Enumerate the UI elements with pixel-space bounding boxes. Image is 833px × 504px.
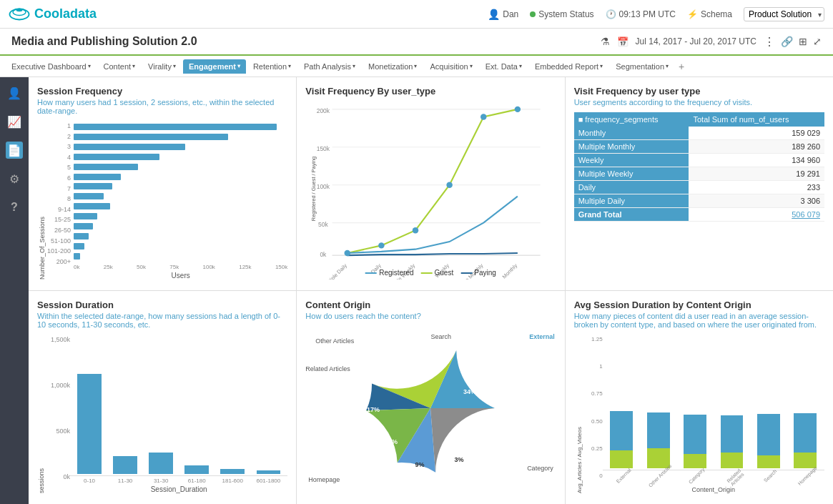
table-row: Daily 233 (574, 181, 824, 194)
chevron-icon: ▾ (414, 63, 417, 69)
asd-bars (603, 335, 824, 470)
status-dot (530, 11, 536, 17)
sd-bars-area: 0-10 11-30 31-30 61-180 181-600 601-1800… (70, 335, 287, 493)
sd-bar-61-180 (182, 465, 212, 474)
add-tab-button[interactable]: + (676, 61, 687, 72)
expand-icon[interactable]: ⤢ (813, 36, 822, 47)
chevron-icon: ▾ (666, 63, 669, 69)
svg-text:0k: 0k (320, 251, 327, 258)
session-duration-title: Session Duration (37, 300, 287, 310)
svg-text:3%: 3% (455, 456, 464, 463)
bar-row-51-100 (74, 232, 287, 240)
tab-engagement[interactable]: Engagement▾ (183, 59, 246, 74)
svg-text:Multiple Daily: Multiple Daily (322, 262, 349, 280)
top-nav-right: 👤 Dan System Status 🕐 09:13 PM UTC ⚡ Sch… (488, 7, 824, 21)
session-frequency-panel: Session Frequency How many users had 1 s… (29, 77, 296, 290)
sidebar-analytics-icon[interactable]: 📈 (6, 113, 23, 130)
filter-icon[interactable]: ⚗ (601, 36, 610, 47)
tab-acquisition[interactable]: Acquisition▾ (424, 59, 478, 74)
asd-x-label: Content_Origin (603, 486, 824, 493)
clock-icon: 🕐 (606, 9, 616, 19)
y-axis-label: Number_Of_Sessions (37, 121, 47, 280)
svg-point-17 (447, 182, 453, 187)
asd-bar-category (679, 415, 711, 468)
asd-y-ticks: 1.25 1 0.75 0.50 0.25 0 (584, 335, 603, 493)
svg-text:50k: 50k (318, 221, 328, 228)
left-sidebar: 👤 📈 📄 ⚙ ? (0, 77, 29, 504)
sd-bar-601-1800 (253, 470, 283, 474)
chevron-icon: ▾ (470, 63, 473, 69)
tab-path-analysis[interactable]: Path Analysis▾ (298, 59, 361, 74)
svg-point-15 (378, 242, 384, 248)
sf-x-ticks: 0k25k50k75k100k125k150k (74, 262, 287, 272)
visit-frequency-chart-title: Visit Frequency By user_type (305, 86, 556, 97)
chevron-icon: ▾ (173, 63, 176, 69)
label-external: External (529, 333, 555, 340)
bar-row-9-14 (74, 202, 287, 210)
sf-y-ticks: 1 2 3 4 5 6 7 8 9-14 15-25 26-50 51-100 … (47, 121, 71, 280)
sd-y-label: sessions (37, 335, 46, 493)
sidebar-help-icon[interactable]: ? (6, 199, 23, 216)
top-nav: Cooladata 👤 Dan System Status 🕐 09:13 PM… (0, 0, 833, 29)
tab-virality[interactable]: Virality▾ (142, 59, 182, 74)
date-range: Jul 14, 2017 - Jul 20, 2017 UTC (636, 36, 756, 46)
line-chart-legend: Registered Guest Paying (365, 269, 496, 277)
share-icon[interactable]: 🔗 (781, 36, 793, 47)
more-icon[interactable]: ⋮ (764, 35, 775, 49)
grid-icon[interactable]: ⊞ (799, 36, 807, 47)
bar-row-26-50 (74, 222, 287, 230)
chevron-icon: ▾ (132, 63, 135, 69)
session-frequency-title: Session Frequency (37, 86, 287, 97)
bar-row-2 (74, 133, 287, 141)
asd-bar-homepage (789, 413, 822, 468)
user-display: 👤 Dan (488, 9, 518, 20)
svg-text:34%: 34% (463, 388, 476, 395)
session-duration-subtitle: Within the selected date-range, how many… (37, 312, 287, 329)
table-row: Multiple Monthly 189 260 (574, 140, 824, 154)
content-origin-chart-area: 34% 23% 17% 15% 9% 3% External Category … (305, 326, 556, 490)
tab-retention[interactable]: Retention▾ (247, 59, 297, 74)
visit-frequency-table: ■ frequency_segments Total Sum of num_of… (574, 112, 824, 222)
sd-bar-181-600 (217, 469, 247, 474)
sf-bars (74, 121, 287, 262)
sidebar-document-icon[interactable]: 📄 (6, 142, 23, 159)
col-total: Total Sum of num_of_users (689, 112, 824, 127)
content-origin-title: Content Origin (305, 300, 556, 310)
sub-header-icons: ⋮ 🔗 ⊞ ⤢ (764, 35, 822, 49)
tab-executive-dashboard[interactable]: Executive Dashboard▾ (6, 59, 97, 74)
main-content: Session Frequency How many users had 1 s… (29, 77, 833, 504)
session-duration-panel: Session Duration Within the selected dat… (29, 291, 296, 504)
bar-row-1 (74, 123, 287, 131)
chevron-icon: ▾ (600, 63, 603, 69)
sd-x-label: Session_Duration (70, 485, 287, 493)
tab-ext-data[interactable]: Ext. Data▾ (480, 59, 528, 74)
system-status: System Status (530, 9, 593, 19)
sf-bars-container: 0k25k50k75k100k125k150k Users (71, 121, 287, 280)
avg-session-title: Avg Session Duration by Content Origin (574, 300, 824, 310)
sidebar-settings-icon[interactable]: ⚙ (6, 170, 23, 187)
product-select-wrap[interactable]: Product Solution (744, 7, 824, 21)
tab-content[interactable]: Content▾ (98, 59, 142, 74)
bar-row-101-200 (74, 242, 287, 250)
pie-chart-svg: 34% 23% 17% 15% 9% 3% (352, 337, 509, 480)
asd-bars-area: External Other Articles Category Related… (603, 335, 824, 493)
avg-session-subtitle: How many pieces of content did a user re… (574, 312, 824, 329)
sd-bar-31-30 (146, 453, 176, 474)
bar-row-3 (74, 143, 287, 151)
tab-monetization[interactable]: Monetization▾ (363, 59, 423, 74)
tab-embedded-report[interactable]: Embedded Report▾ (529, 59, 608, 74)
label-homepage: Homepage (308, 476, 340, 483)
asd-x-ticks: External Other Articles Category Related… (603, 470, 824, 485)
sd-bar-0-10 (74, 374, 104, 474)
svg-point-18 (480, 114, 486, 119)
product-select[interactable]: Product Solution (744, 7, 824, 21)
content-origin-subtitle: How do users reach the content? (305, 312, 556, 320)
tab-segmentation[interactable]: Segmentation▾ (610, 59, 674, 74)
visit-frequency-chart-panel: Visit Frequency By user_type 200k 150k 1… (297, 77, 564, 290)
sub-header-right: ⚗ 📅 Jul 14, 2017 - Jul 20, 2017 UTC ⋮ 🔗 … (601, 35, 822, 49)
svg-text:17%: 17% (367, 406, 380, 413)
svg-point-19 (515, 107, 521, 112)
bar-row-5 (74, 163, 287, 171)
sidebar-user-icon[interactable]: 👤 (6, 84, 23, 102)
svg-text:Registered / Guest / Paying: Registered / Guest / Paying (311, 157, 317, 221)
